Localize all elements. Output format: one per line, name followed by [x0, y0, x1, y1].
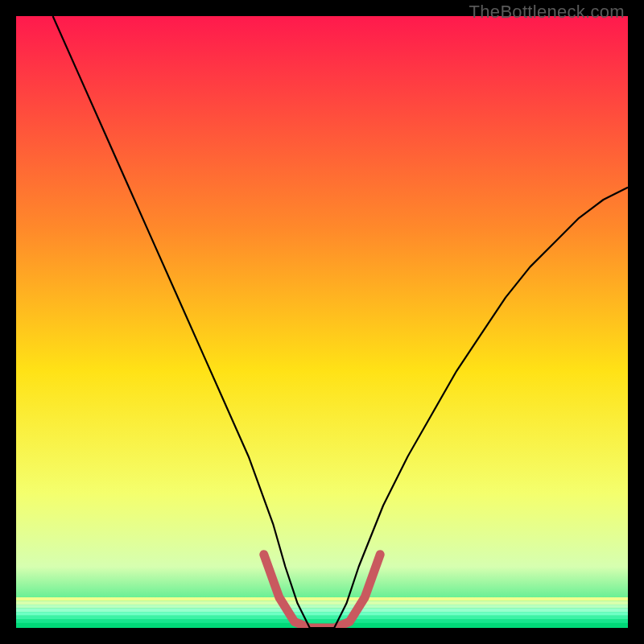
green-band	[16, 609, 628, 612]
chart-frame: TheBottleneck.com	[0, 0, 644, 644]
green-band	[16, 601, 628, 605]
green-band	[16, 612, 628, 615]
green-band	[16, 597, 628, 601]
chart-svg	[16, 16, 628, 628]
gradient-background	[16, 16, 628, 628]
green-band-group	[16, 597, 628, 628]
green-band	[16, 616, 628, 619]
green-band	[16, 619, 628, 622]
green-band	[16, 605, 628, 608]
plot-area	[16, 16, 628, 628]
watermark-text: TheBottleneck.com	[469, 2, 625, 23]
